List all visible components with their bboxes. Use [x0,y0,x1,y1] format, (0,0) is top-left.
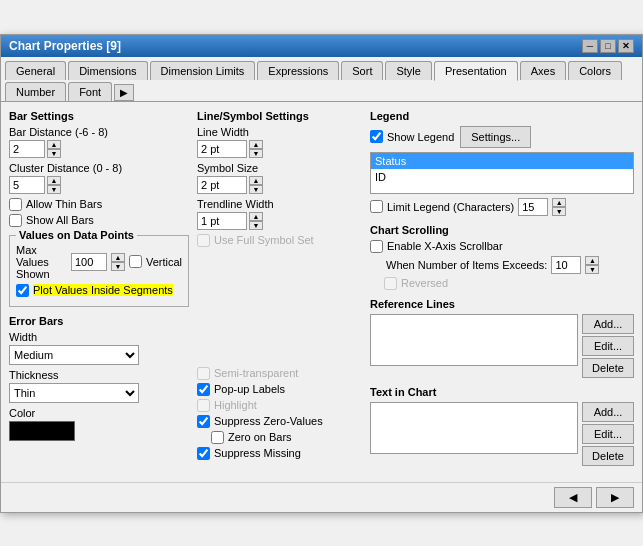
text-edit-button[interactable]: Edit... [582,424,634,444]
allow-thin-bars-checkbox[interactable] [9,198,22,211]
maximize-button[interactable]: □ [600,39,616,53]
zero-on-bars-checkbox[interactable] [211,431,224,444]
chart-scrolling-section: Chart Scrolling Enable X-Axis Scrollbar … [370,224,634,290]
plot-values-checkbox[interactable] [16,284,29,297]
semi-transparent-label: Semi-transparent [214,367,298,379]
bar-distance-down[interactable]: ▼ [47,149,61,158]
legend-item-status[interactable]: Status [371,153,633,169]
color-label: Color [9,407,189,419]
text-in-chart-section: Text in Chart Add... Edit... Delete [370,386,634,466]
trendline-width-down[interactable]: ▼ [249,221,263,230]
reference-lines-list [370,314,578,366]
settings-button[interactable]: Settings... [460,126,531,148]
limit-legend-input[interactable] [518,198,548,216]
ref-lines-delete-button[interactable]: Delete [582,358,634,378]
tab-nav-button[interactable]: ▶ [114,84,134,101]
line-width-label: Line Width [197,126,362,138]
tab-presentation[interactable]: Presentation [434,61,518,81]
max-values-down[interactable]: ▼ [111,262,125,271]
max-values-input[interactable] [71,253,107,271]
text-add-button[interactable]: Add... [582,402,634,422]
reversed-row: Reversed [384,277,634,290]
symbol-size-spinner: ▲ ▼ [249,176,263,194]
line-width-input[interactable] [197,140,247,158]
legend-item-id[interactable]: ID [371,169,633,185]
trendline-width-spinner: ▲ ▼ [249,212,263,230]
width-dropdown-row: Thin Medium Thick [9,345,189,365]
tabs-container: General Dimensions Dimension Limits Expr… [1,57,642,102]
suppress-zero-checkbox[interactable] [197,415,210,428]
thickness-label: Thickness [9,369,189,381]
symbol-size-up[interactable]: ▲ [249,176,263,185]
line-symbol-section: Line/Symbol Settings Line Width ▲ ▼ Symb… [197,110,362,247]
tab-general[interactable]: General [5,61,66,80]
bar-distance-label: Bar Distance (-6 - 8) [9,126,189,138]
when-exceeds-row: When Number of Items Exceeds: ▲ ▼ [386,256,634,274]
reference-lines-title: Reference Lines [370,298,634,310]
symbol-size-input[interactable] [197,176,247,194]
thickness-dropdown[interactable]: Thin Medium Thick [9,383,139,403]
forward-button[interactable]: ▶ [596,487,634,508]
plot-values-row: Plot Values Inside Segments [16,284,182,297]
tab-style[interactable]: Style [385,61,431,80]
when-exceeds-down[interactable]: ▼ [585,265,599,274]
tab-font[interactable]: Font [68,82,112,101]
popup-labels-checkbox[interactable] [197,383,210,396]
bar-distance-up[interactable]: ▲ [47,140,61,149]
tab-axes[interactable]: Axes [520,61,566,80]
symbol-size-down[interactable]: ▼ [249,185,263,194]
cluster-distance-down[interactable]: ▼ [47,185,61,194]
max-values-up[interactable]: ▲ [111,253,125,262]
allow-thin-bars-row: Allow Thin Bars [9,198,189,211]
plot-values-label: Plot Values Inside Segments [33,284,173,296]
tab-colors[interactable]: Colors [568,61,622,80]
cluster-distance-row: ▲ ▼ [9,176,189,194]
suppress-missing-checkbox[interactable] [197,447,210,460]
ref-lines-add-button[interactable]: Add... [582,314,634,334]
trendline-width-input[interactable] [197,212,247,230]
show-legend-checkbox[interactable] [370,130,383,143]
show-legend-row: Show Legend [370,130,454,143]
max-values-spinner: ▲ ▼ [111,253,125,271]
text-delete-button[interactable]: Delete [582,446,634,466]
trendline-width-row: ▲ ▼ [197,212,362,230]
legend-list: Status ID [370,152,634,194]
cluster-distance-input[interactable] [9,176,45,194]
enable-scrollbar-row: Enable X-Axis Scrollbar [370,240,634,253]
enable-scrollbar-checkbox[interactable] [370,240,383,253]
text-in-chart-row: Add... Edit... Delete [370,402,634,466]
close-button[interactable]: ✕ [618,39,634,53]
show-all-bars-checkbox[interactable] [9,214,22,227]
tab-number[interactable]: Number [5,82,66,101]
tab-dimension-limits[interactable]: Dimension Limits [150,61,256,80]
ref-lines-edit-button[interactable]: Edit... [582,336,634,356]
text-in-chart-list [370,402,578,454]
when-exceeds-input[interactable] [551,256,581,274]
limit-legend-checkbox[interactable] [370,200,383,213]
values-content: Max Values Shown ▲ ▼ Vertical Plot Value… [16,244,182,297]
symbol-size-row: ▲ ▼ [197,176,362,194]
when-exceeds-up[interactable]: ▲ [585,256,599,265]
tab-expressions[interactable]: Expressions [257,61,339,80]
width-dropdown[interactable]: Thin Medium Thick [9,345,139,365]
tab-sort[interactable]: Sort [341,61,383,80]
minimize-button[interactable]: ─ [582,39,598,53]
limit-legend-up[interactable]: ▲ [552,198,566,207]
cluster-distance-up[interactable]: ▲ [47,176,61,185]
reference-lines-buttons: Add... Edit... Delete [582,314,634,378]
tab-dimensions[interactable]: Dimensions [68,61,147,80]
vertical-checkbox[interactable] [129,255,142,268]
text-in-chart-title: Text in Chart [370,386,634,398]
reference-lines-section: Reference Lines Add... Edit... Delete [370,298,634,378]
back-button[interactable]: ◀ [554,487,592,508]
limit-legend-down[interactable]: ▼ [552,207,566,216]
line-width-up[interactable]: ▲ [249,140,263,149]
trendline-width-up[interactable]: ▲ [249,212,263,221]
line-width-down[interactable]: ▼ [249,149,263,158]
legend-section: Legend Show Legend Settings... Status ID… [370,110,634,216]
bar-distance-spinner: ▲ ▼ [47,140,61,158]
bar-distance-input[interactable] [9,140,45,158]
main-content: Bar Settings Bar Distance (-6 - 8) ▲ ▼ C… [1,102,642,482]
color-picker-box[interactable] [9,421,75,441]
limit-legend-spinner: ▲ ▼ [552,198,566,216]
